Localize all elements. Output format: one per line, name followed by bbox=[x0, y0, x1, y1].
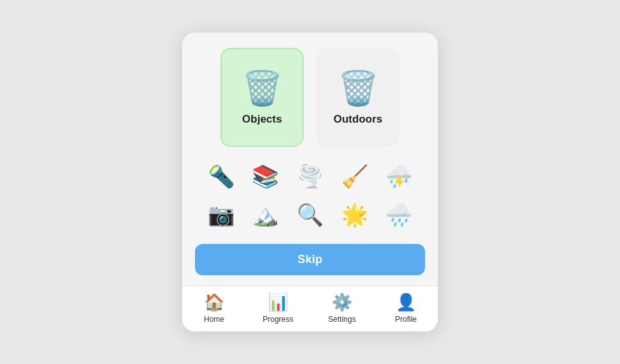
outdoors-label: Outdoors bbox=[334, 113, 383, 126]
emoji-thunderstorm[interactable]: ⛈️ bbox=[382, 160, 415, 193]
emoji-books[interactable]: 📚 bbox=[249, 160, 282, 193]
emoji-sun[interactable]: 🌟 bbox=[338, 198, 371, 231]
emoji-grid: 🔦 📚 🌪️ 🧹 ⛈️ 📷 🏔️ 🔍 🌟 🌧️ bbox=[195, 160, 425, 231]
main-content: 🗑️ Objects 🗑️ Outdoors 🔦 📚 🌪️ 🧹 ⛈️ 📷 🏔️ … bbox=[182, 33, 438, 285]
category-card-outdoors[interactable]: 🗑️ Outdoors bbox=[316, 48, 399, 147]
emoji-broom[interactable]: 🧹 bbox=[338, 160, 371, 193]
progress-label: Progress bbox=[263, 315, 293, 324]
nav-item-profile[interactable]: 👤 Profile bbox=[374, 292, 438, 324]
emoji-rain[interactable]: 🌧️ bbox=[382, 198, 415, 231]
nav-item-progress[interactable]: 📊 Progress bbox=[246, 292, 310, 324]
bottom-nav: 🏠 Home 📊 Progress ⚙️ Settings 👤 Profile bbox=[182, 285, 438, 331]
progress-icon: 📊 bbox=[268, 292, 288, 312]
home-icon: 🏠 bbox=[204, 292, 224, 312]
app-container: 🗑️ Objects 🗑️ Outdoors 🔦 📚 🌪️ 🧹 ⛈️ 📷 🏔️ … bbox=[182, 33, 438, 331]
category-row: 🗑️ Objects 🗑️ Outdoors bbox=[195, 48, 425, 147]
emoji-flashlight[interactable]: 🔦 bbox=[205, 160, 238, 193]
outdoors-icon: 🗑️ bbox=[337, 69, 379, 108]
profile-label: Profile bbox=[395, 315, 417, 324]
emoji-tornado[interactable]: 🌪️ bbox=[293, 160, 327, 193]
category-card-objects[interactable]: 🗑️ Objects bbox=[221, 48, 304, 147]
home-label: Home bbox=[204, 315, 224, 324]
emoji-magnifier[interactable]: 🔍 bbox=[293, 198, 327, 231]
nav-item-settings[interactable]: ⚙️ Settings bbox=[310, 292, 374, 324]
settings-icon: ⚙️ bbox=[332, 292, 352, 312]
emoji-camera[interactable]: 📷 bbox=[205, 198, 238, 231]
settings-label: Settings bbox=[328, 315, 355, 324]
nav-item-home[interactable]: 🏠 Home bbox=[182, 292, 246, 324]
skip-button[interactable]: Skip bbox=[195, 244, 425, 275]
objects-icon: 🗑️ bbox=[242, 69, 283, 108]
emoji-mountain[interactable]: 🏔️ bbox=[249, 198, 282, 231]
objects-label: Objects bbox=[242, 113, 282, 126]
profile-icon: 👤 bbox=[396, 292, 416, 312]
